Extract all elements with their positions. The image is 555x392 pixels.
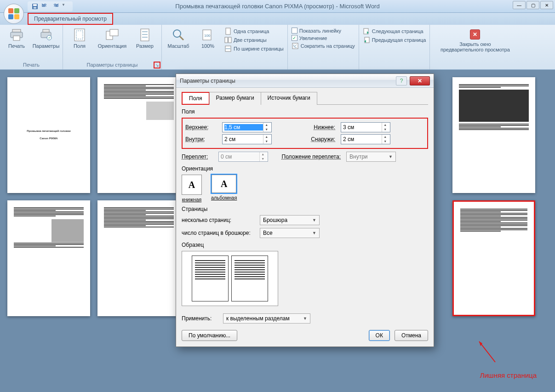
- portrait-icon: A: [182, 175, 202, 195]
- bottom-margin-input[interactable]: ▲▼: [341, 122, 390, 132]
- office-button[interactable]: [4, 4, 24, 24]
- orientation-landscape[interactable]: A альбомная: [211, 175, 237, 202]
- sample-preview: [182, 251, 428, 306]
- two-pages-icon: [224, 36, 232, 44]
- orientation-button[interactable]: Ориентация: [96, 27, 128, 49]
- svg-point-14: [173, 30, 181, 37]
- page-width-button[interactable]: По ширине страницы: [224, 45, 284, 52]
- ribbon-group-show: Показать линейку ✓ Увеличение Сократить …: [288, 25, 359, 69]
- show-ruler-checkbox[interactable]: Показать линейку: [292, 28, 355, 34]
- prev-page-label: Предыдущая страница: [372, 37, 426, 43]
- orientation-label: Ориентация: [98, 43, 126, 49]
- margins-fields-group: Верхнее: ▲▼ Нижнее: ▲▼ Внутри: ▲▼ Снаруж…: [182, 118, 428, 149]
- qat-dropdown-icon[interactable]: ▼: [62, 3, 69, 10]
- magnifier-label: Увеличение: [299, 35, 327, 41]
- apply-to-value: к выделенным разделам: [226, 315, 290, 322]
- page-thumbnail-1[interactable]: Промывка печатающей головки Canon PIXMA: [7, 77, 90, 193]
- ok-button[interactable]: ОК: [369, 330, 390, 341]
- ribbon-group-zoom-label: [166, 61, 284, 68]
- dialog-titlebar[interactable]: Параметры страницы ? ✕: [176, 74, 434, 88]
- print-options-label: Параметры: [33, 43, 60, 49]
- undo-icon[interactable]: [41, 3, 49, 10]
- ribbon-group-zoom: Масштаб 100 100% Одна страница Две стран…: [162, 25, 288, 69]
- close-label-2: предварительного просмотра: [441, 47, 510, 52]
- zoom-100-label: 100%: [201, 43, 214, 49]
- thumb-title-1: Промывка печатающей головки: [27, 130, 70, 133]
- portrait-label: книжная: [182, 197, 202, 202]
- next-page-button[interactable]: Следующая страница: [363, 28, 426, 35]
- svg-rect-7: [43, 29, 49, 32]
- gutter-label: Переплет:: [182, 153, 218, 160]
- dialog-tab-paper[interactable]: Размер бумаги: [209, 92, 261, 105]
- maximize-button[interactable]: ▢: [526, 1, 539, 9]
- page-width-icon: [224, 45, 232, 52]
- margins-button[interactable]: Поля: [67, 27, 92, 49]
- shrink-one-page-button[interactable]: Сократить на страницу: [292, 42, 355, 50]
- tab-print-preview[interactable]: Предварительный просмотр: [28, 13, 113, 25]
- office-logo-icon: [8, 8, 19, 19]
- ribbon-group-nav: Следующая страница Предыдущая страница: [359, 25, 430, 69]
- window-titlebar: ▼ Промывка печатающей головки Canon PIXM…: [0, 0, 555, 13]
- dialog-close-button[interactable]: ✕: [410, 76, 430, 85]
- top-margin-input[interactable]: ▲▼: [222, 122, 272, 132]
- minimize-button[interactable]: —: [513, 1, 526, 9]
- prev-page-button[interactable]: Предыдущая страница: [363, 36, 426, 44]
- show-ruler-label: Показать линейку: [299, 28, 341, 34]
- svg-rect-13: [141, 29, 149, 41]
- sheets-dropdown[interactable]: Все▼: [260, 228, 320, 238]
- landscape-icon: A: [212, 175, 236, 193]
- dialog-tabs: Поля Размер бумаги Источник бумаги: [182, 91, 428, 105]
- orientation-section-label: Ориентация: [182, 165, 428, 172]
- redo-icon[interactable]: [51, 3, 59, 10]
- page-setup-dialog-launcher[interactable]: ↘: [154, 62, 160, 68]
- orientation-portrait[interactable]: A книжная: [182, 175, 202, 202]
- margins-icon: [72, 28, 87, 42]
- gutter-pos-dropdown: Внутри▼: [346, 152, 396, 162]
- svg-rect-20: [229, 37, 231, 43]
- dialog-help-button[interactable]: ?: [396, 76, 407, 85]
- margins-section-label: Поля: [182, 108, 428, 115]
- page-thumbnail-3[interactable]: [452, 77, 535, 193]
- dialog-tab-margins[interactable]: Поля: [182, 92, 210, 105]
- size-label: Размер: [136, 43, 154, 49]
- page-setup-dialog: Параметры страницы ? ✕ Поля Размер бумаг…: [176, 74, 434, 347]
- gutter-input[interactable]: ▲▼: [218, 152, 268, 162]
- two-pages-label: Две страницы: [234, 37, 267, 43]
- outside-margin-input[interactable]: ▲▼: [341, 134, 390, 144]
- print-label: Печать: [8, 43, 25, 49]
- two-pages-button[interactable]: Две страницы: [224, 36, 284, 44]
- dialog-tab-source[interactable]: Источник бумаги: [261, 92, 317, 105]
- inside-margin-input[interactable]: ▲▼: [222, 134, 272, 144]
- apply-to-dropdown[interactable]: к выделенным разделам▼: [223, 313, 310, 324]
- svg-rect-2: [34, 7, 36, 9]
- zoom-100-button[interactable]: 100 100%: [195, 27, 221, 49]
- svg-rect-1: [33, 4, 37, 6]
- one-page-button[interactable]: Одна страница: [224, 28, 284, 35]
- page-thumbnail-4[interactable]: [7, 200, 90, 316]
- checkbox-checked-icon: ✓: [292, 35, 298, 41]
- page-size-icon: [137, 28, 152, 42]
- size-button[interactable]: Размер: [132, 27, 158, 49]
- next-page-label: Следующая страница: [372, 28, 423, 34]
- print-button[interactable]: Печать: [4, 27, 29, 49]
- page-thumbnail-extra[interactable]: [452, 200, 535, 316]
- thumb-title-2: Canon PIXMA: [40, 137, 57, 141]
- multi-pages-dropdown[interactable]: Брошюра▼: [260, 215, 320, 225]
- svg-rect-12: [110, 29, 118, 36]
- close-preview-button[interactable]: ✕ Закрыть окно предварительного просмотр…: [434, 27, 516, 52]
- print-options-button[interactable]: Параметры: [33, 27, 59, 49]
- zoom-label: Масштаб: [167, 43, 189, 49]
- svg-rect-3: [12, 29, 21, 32]
- close-button[interactable]: ✕: [540, 1, 553, 9]
- default-button[interactable]: По умолчанию...: [182, 330, 237, 341]
- save-icon[interactable]: [31, 3, 39, 10]
- annotation-extra-page: Лишняя страница: [480, 371, 537, 379]
- zoom-button[interactable]: Масштаб: [166, 27, 191, 49]
- page-thumbnail-2[interactable]: [97, 77, 180, 193]
- orientation-icon: [105, 28, 120, 42]
- page-thumbnail-5[interactable]: [97, 200, 180, 316]
- cancel-button[interactable]: Отмена: [395, 330, 428, 341]
- magnifier-checkbox[interactable]: ✓ Увеличение: [292, 35, 355, 41]
- inside-margin-label: Внутри:: [185, 136, 222, 142]
- next-page-icon: [363, 28, 370, 35]
